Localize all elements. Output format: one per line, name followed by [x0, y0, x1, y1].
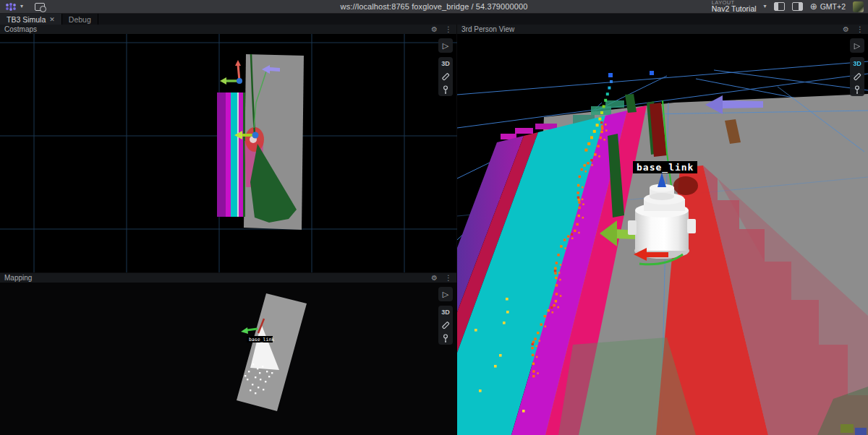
settings-gear-icon[interactable]: ⚙ [431, 274, 438, 282]
publish-pose-icon[interactable] [850, 83, 864, 96]
panel-title: Mapping [4, 274, 32, 282]
third-person-panel: 3rd Person View ⚙ ⋮ [457, 25, 868, 435]
obstacle-blob-red [673, 176, 698, 195]
right-sidebar-toggle-icon[interactable] [792, 2, 803, 11]
costmaps-panel-titlebar[interactable]: Costmaps ⚙ ⋮ [0, 25, 456, 34]
costmaps-panel: Costmaps ⚙ ⋮ [0, 25, 457, 272]
map-frame-axes [220, 60, 242, 85]
globe-icon: ⊕ [810, 2, 817, 11]
more-menu-icon[interactable]: ⋮ [856, 25, 864, 33]
connection-status[interactable]: ws://localhost:8765 foxglove_bridge / 54… [239, 2, 629, 11]
follow-mode-button[interactable]: ▷ [438, 287, 453, 301]
more-menu-icon[interactable]: ⋮ [445, 25, 452, 33]
left-sidebar-toggle-icon[interactable] [774, 2, 785, 11]
foxglove-logo-icon[interactable] [4, 2, 17, 12]
camera-3d-toggle[interactable]: 3D [438, 57, 453, 70]
publish-pose-icon[interactable] [438, 332, 453, 345]
frame-label: base_link [633, 161, 697, 173]
more-menu-icon[interactable]: ⋮ [445, 274, 452, 282]
camera-3d-toggle[interactable]: 3D [438, 306, 453, 319]
tab-tb3-simulation[interactable]: TB3 Simula ✕ [0, 14, 62, 25]
panel-title: 3rd Person View [461, 25, 514, 33]
close-icon[interactable]: ✕ [49, 16, 55, 23]
user-avatar[interactable] [853, 1, 864, 12]
data-source-icon[interactable] [35, 3, 45, 11]
follow-mode-button[interactable]: ▷ [438, 38, 453, 53]
costmaps-3d-canvas[interactable] [0, 34, 457, 272]
tab-label: TB3 Simula [7, 15, 46, 24]
mapping-panel: Mapping ⚙ ⋮ base_link ▷ [0, 272, 457, 435]
third-person-3d-canvas[interactable] [457, 34, 868, 435]
timezone-value: GMT+2 [820, 2, 846, 11]
layout-selector[interactable]: LAYOUT Nav2 Tutorial [712, 0, 757, 13]
measure-tool-icon[interactable] [438, 319, 453, 332]
chevron-down-icon[interactable]: ▾ [20, 4, 23, 9]
settings-gear-icon[interactable]: ⚙ [431, 25, 438, 33]
costmaps-view-tools: ▷ 3D [438, 38, 453, 96]
settings-gear-icon[interactable]: ⚙ [843, 25, 849, 33]
panel-title: Costmaps [4, 25, 37, 33]
mapping-3d-canvas[interactable]: base_link [0, 283, 457, 435]
tab-label: Debug [69, 15, 91, 24]
third-person-view-tools: ▷ 3D [850, 38, 864, 96]
mapping-view-tools: ▷ 3D [438, 287, 453, 345]
app-top-bar: ▾ ws://localhost:8765 foxglove_bridge / … [0, 0, 868, 14]
frame-label: base_link [249, 337, 274, 343]
layout-name: Nav2 Tutorial [712, 5, 757, 13]
timezone-indicator[interactable]: ⊕ GMT+2 [810, 2, 846, 11]
measure-tool-icon[interactable] [438, 70, 453, 83]
layout-tab-bar: TB3 Simula ✕ Debug [0, 14, 868, 25]
foxglove-app: ▾ ws://localhost:8765 foxglove_bridge / … [0, 0, 868, 435]
layout-chevron-down-icon[interactable]: ▾ [764, 4, 767, 9]
measure-tool-icon[interactable] [850, 70, 864, 83]
follow-mode-button[interactable]: ▷ [850, 38, 864, 53]
camera-3d-toggle[interactable]: 3D [850, 57, 864, 70]
mapping-panel-titlebar[interactable]: Mapping ⚙ ⋮ [0, 273, 456, 283]
third-person-panel-titlebar[interactable]: 3rd Person View ⚙ ⋮ [457, 25, 868, 34]
tab-debug[interactable]: Debug [62, 14, 98, 25]
costmap-strips [217, 92, 245, 217]
publish-pose-icon[interactable] [438, 83, 453, 96]
